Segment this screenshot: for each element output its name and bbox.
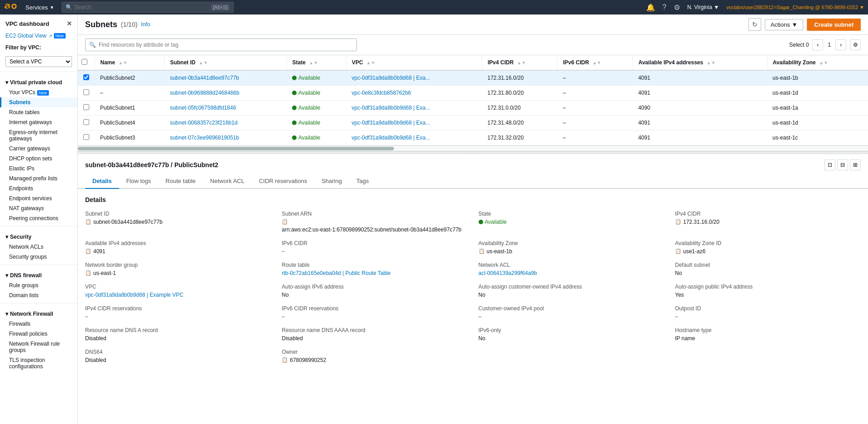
sidebar-item-internet-gateways[interactable]: Internet gateways	[0, 117, 77, 127]
global-search[interactable]: 🔍 [Alt+S]	[62, 2, 234, 13]
row-subnet-id[interactable]: subnet-0b3a441d8ee97c77b	[164, 70, 287, 86]
row-vpc[interactable]: vpc-0df31a9da8b0b9d68 | Exa...	[346, 116, 482, 130]
sidebar-close-button[interactable]: ✕	[67, 20, 72, 27]
column-settings-button[interactable]: ⚙	[850, 39, 861, 50]
section-security[interactable]: ▾ Security	[0, 229, 77, 242]
section-dns-firewall[interactable]: ▾ DNS firewall	[0, 268, 77, 280]
search-input[interactable]	[74, 4, 209, 10]
horizontal-scrollbar[interactable]	[78, 146, 868, 151]
copy-available-ipv4-icon[interactable]: 📋	[85, 248, 91, 254]
col-available-ipv4[interactable]: Available IPv4 addresses ▲▼	[633, 55, 767, 70]
full-view-button[interactable]: ⊞	[850, 159, 861, 170]
row-subnet-id[interactable]: subnet-07c3ee9896819051b	[164, 130, 287, 145]
sidebar-item-firewalls[interactable]: Firewalls	[0, 319, 77, 329]
col-subnet-id[interactable]: Subnet ID ▲▼	[164, 55, 287, 70]
sidebar-item-elastic-ips[interactable]: Elastic IPs	[0, 164, 77, 173]
tab-details[interactable]: Details	[85, 174, 119, 189]
next-page-button[interactable]: ›	[835, 39, 846, 50]
user-menu[interactable]: voclabs/user2882912=Sagar_Chamling @ 678…	[726, 5, 864, 10]
sidebar-item-nfw-rule-groups[interactable]: Network Firewall rule groups	[0, 339, 77, 355]
sidebar-item-egress-only[interactable]: Egress-only internet gateways	[0, 127, 77, 144]
row-subnet-id[interactable]: subnet-0b969888d2468466b	[164, 86, 287, 101]
settings-icon[interactable]: ⚙	[674, 3, 680, 12]
row-subnet-id[interactable]: subnet-05fc067598dfd1846	[164, 101, 287, 116]
row-vpc[interactable]: vpc-0df31a9da8b0b9d68 | Exa...	[346, 101, 482, 116]
help-icon[interactable]: ?	[662, 3, 667, 11]
row-vpc[interactable]: vpc-0df31a9da8b0b9d68 | Exa...	[346, 130, 482, 145]
table-row[interactable]: – subnet-0b969888d2468466b Available vpc…	[78, 86, 868, 101]
sidebar-item-dhcp[interactable]: DHCP option sets	[0, 154, 77, 164]
sidebar-item-nat-gateways[interactable]: NAT gateways	[0, 203, 77, 213]
region-selector[interactable]: N. Virginia ▼	[687, 4, 719, 10]
sidebar-item-carrier-gateways[interactable]: Carrier gateways	[0, 144, 77, 154]
tab-tags[interactable]: Tags	[349, 174, 376, 189]
row-checkbox[interactable]	[83, 74, 89, 80]
info-link[interactable]: Info	[141, 21, 150, 28]
row-checkbox-cell[interactable]	[78, 116, 95, 130]
section-network-firewall[interactable]: ▾ Network Firewall	[0, 306, 77, 319]
tab-flow-logs[interactable]: Flow logs	[119, 174, 158, 189]
row-checkbox-cell[interactable]	[78, 130, 95, 145]
copy-owner-icon[interactable]: 📋	[282, 357, 288, 363]
tab-route-table[interactable]: Route table	[158, 174, 203, 189]
tab-network-acl[interactable]: Network ACL	[203, 174, 252, 189]
sidebar-item-endpoints[interactable]: Endpoints	[0, 183, 77, 193]
sidebar-item-endpoint-services[interactable]: Endpoint services	[0, 193, 77, 203]
copy-network-border-icon[interactable]: 📋	[85, 270, 91, 276]
sidebar-ec2-global-view[interactable]: EC2 Global View ↗ New	[0, 31, 77, 41]
col-ipv6-cidr[interactable]: IPv6 CIDR ▲▼	[557, 55, 633, 70]
sidebar-item-domain-lists[interactable]: Domain lists	[0, 290, 77, 300]
sidebar-item-managed-prefix[interactable]: Managed prefix lists	[0, 173, 77, 183]
copy-subnet-id-icon[interactable]: 📋	[85, 219, 91, 225]
copy-arn-icon[interactable]: 📋	[282, 219, 288, 225]
select-all-checkbox[interactable]	[82, 59, 87, 65]
sidebar-item-security-groups[interactable]: Security groups	[0, 252, 77, 262]
row-checkbox[interactable]	[83, 89, 89, 95]
row-vpc[interactable]: vpc-0e8c3fdcb858762b6	[346, 86, 482, 101]
sidebar-item-firewall-policies[interactable]: Firewall policies	[0, 329, 77, 339]
vpc-link[interactable]: vpc-0df31a9da8b0b9d68 | Example VPC	[85, 292, 183, 298]
list-view-button[interactable]: ⊟	[837, 159, 848, 170]
network-acl-link[interactable]: acl-0064139a299f64a9b	[479, 270, 537, 276]
route-table-link[interactable]: rtb-0c72ab165e0eba04d | Public Route Tab…	[282, 270, 390, 276]
col-vpc[interactable]: VPC ▲▼	[346, 55, 482, 70]
col-az[interactable]: Availability Zone ▲▼	[767, 55, 868, 70]
vpc-filter-select[interactable]: Select a VPC	[5, 56, 72, 67]
row-checkbox-cell[interactable]	[78, 70, 95, 86]
col-ipv4-cidr[interactable]: IPv4 CIDR ▲▼	[482, 55, 557, 70]
refresh-button[interactable]: ↻	[748, 18, 761, 31]
copy-az-icon[interactable]: 📋	[479, 248, 485, 254]
sidebar-item-your-vpcs[interactable]: Your VPCs New	[0, 87, 77, 97]
row-checkbox[interactable]	[83, 104, 89, 110]
table-row[interactable]: PublicSubnet1 subnet-05fc067598dfd1846 A…	[78, 101, 868, 116]
select-all-header[interactable]	[78, 55, 95, 70]
search-box[interactable]: 🔍	[85, 39, 357, 51]
sidebar-item-network-acls[interactable]: Network ACLs	[0, 242, 77, 252]
copy-ipv4-icon[interactable]: 📋	[675, 219, 681, 225]
row-checkbox[interactable]	[83, 119, 89, 125]
create-subnet-button[interactable]: Create subnet	[807, 19, 861, 31]
sidebar-item-peering[interactable]: Peering connections	[0, 213, 77, 223]
section-vpc[interactable]: ▾ Virtual private cloud	[0, 75, 77, 87]
copy-az-id-icon[interactable]: 📋	[675, 248, 681, 254]
sidebar-item-route-tables[interactable]: Route tables	[0, 107, 77, 117]
row-checkbox-cell[interactable]	[78, 101, 95, 116]
scroll-thumb[interactable]	[78, 147, 394, 150]
col-name[interactable]: Name ▲▼	[95, 55, 164, 70]
services-menu[interactable]: Services ▼	[22, 4, 58, 11]
sidebar-item-tls-inspection[interactable]: TLS inspection configurations	[0, 355, 77, 371]
sidebar-item-rule-groups[interactable]: Rule groups	[0, 280, 77, 290]
split-view-button[interactable]: ⊡	[825, 159, 835, 170]
tab-sharing[interactable]: Sharing	[314, 174, 349, 189]
row-vpc[interactable]: vpc-0df31a9da8b0b9d68 | Exa...	[346, 70, 482, 86]
col-state[interactable]: State ▲▼	[287, 55, 346, 70]
tab-cidr-reservations[interactable]: CIDR reservations	[252, 174, 314, 189]
row-checkbox[interactable]	[83, 134, 89, 140]
row-checkbox-cell[interactable]	[78, 86, 95, 101]
notifications-icon[interactable]: 🔔	[646, 3, 655, 12]
row-subnet-id[interactable]: subnet-0068357c23f216b1d	[164, 116, 287, 130]
table-row[interactable]: PublicSubnet3 subnet-07c3ee9896819051b A…	[78, 130, 868, 145]
resource-search-input[interactable]	[99, 42, 353, 48]
table-row[interactable]: PublicSubnet4 subnet-0068357c23f216b1d A…	[78, 116, 868, 130]
prev-page-button[interactable]: ‹	[812, 39, 823, 50]
